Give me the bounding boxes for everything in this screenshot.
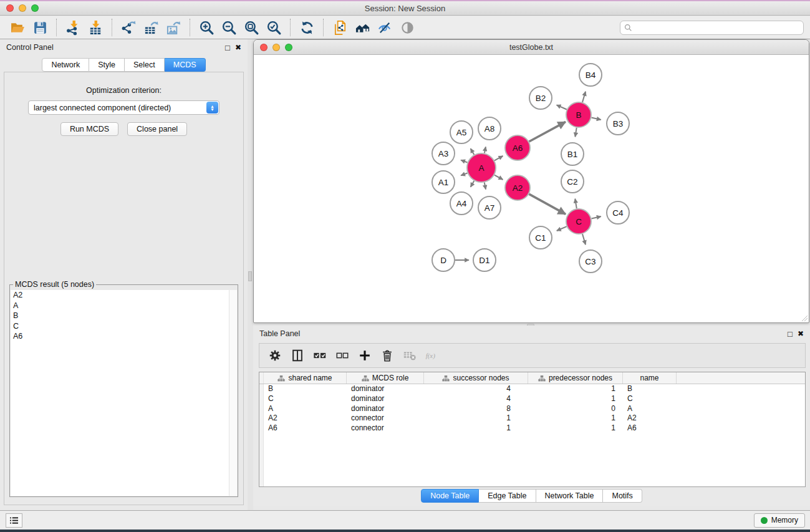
table-cell[interactable]: 1	[528, 423, 623, 433]
hide-panels-icon[interactable]	[375, 18, 395, 37]
table-cell[interactable]: A	[264, 404, 347, 414]
graph-node-A8[interactable]: A8	[478, 117, 501, 140]
refresh-layout-icon[interactable]	[297, 18, 317, 37]
close-panel-button[interactable]: Close panel	[127, 122, 187, 136]
graph-edge-B-B4[interactable]	[582, 92, 586, 102]
zoom-out-icon[interactable]	[219, 18, 239, 37]
graph-edge-A-A1[interactable]	[461, 173, 467, 176]
graph-node-B2[interactable]: B2	[529, 87, 552, 109]
cytoscape-home-icon[interactable]	[352, 18, 372, 37]
network-canvas[interactable]: B4B2BB3A5A8A6A3B1AA1C2A2A4A7C4CC1C3DD1	[254, 55, 809, 322]
graph-node-C1[interactable]: C1	[529, 226, 552, 249]
table-cell[interactable]: 0	[528, 404, 623, 414]
table-settings-icon[interactable]	[264, 346, 286, 365]
tab-mcds[interactable]: MCDS	[165, 58, 206, 72]
table-cell[interactable]: 1	[528, 414, 623, 423]
graph-node-A[interactable]: A	[467, 153, 496, 182]
add-column-icon[interactable]	[354, 346, 375, 365]
table-cell[interactable]: 1	[528, 384, 623, 394]
mcds-result-item[interactable]: A	[11, 301, 237, 311]
column-header-MCDS-role[interactable]: MCDS role	[347, 372, 424, 384]
table-cell[interactable]: C	[623, 394, 677, 404]
graph-edge-A-A7[interactable]	[485, 183, 486, 190]
graph-node-C[interactable]: C	[566, 209, 591, 234]
graph-node-C4[interactable]: C4	[607, 201, 629, 224]
export-network-icon[interactable]	[118, 18, 138, 37]
graph-node-D1[interactable]: D1	[473, 249, 496, 271]
table-tab-edge-table[interactable]: Edge Table	[479, 489, 536, 503]
mcds-result-item[interactable]: A2	[11, 290, 237, 301]
clone-network-icon[interactable]	[330, 18, 350, 37]
table-cell[interactable]: 1	[424, 414, 528, 423]
table-cell[interactable]: 4	[424, 384, 528, 394]
graph-edge-A-A5[interactable]	[471, 148, 475, 155]
column-header-successor-nodes[interactable]: successor nodes	[424, 372, 528, 384]
tab-select[interactable]: Select	[125, 58, 165, 72]
table-cell[interactable]: B	[264, 384, 347, 394]
table-cell[interactable]: dominator	[347, 394, 424, 404]
table-cell[interactable]: 1	[424, 423, 528, 433]
float-panel-icon[interactable]: □	[225, 44, 230, 52]
show-eye-icon[interactable]	[397, 18, 417, 37]
tab-network[interactable]: Network	[42, 58, 89, 72]
graph-edge-A-A3[interactable]	[461, 160, 467, 163]
table-row-A[interactable]: Adominator80A	[264, 404, 805, 414]
graph-edge-A-A6[interactable]	[494, 156, 503, 160]
column-header-name[interactable]: name	[623, 372, 677, 384]
table-tab-motifs[interactable]: Motifs	[603, 489, 642, 503]
graph-edge-B-B1[interactable]	[575, 128, 576, 137]
graph-edge-B-B3[interactable]	[592, 118, 601, 120]
graph-node-C3[interactable]: C3	[579, 250, 602, 273]
graph-node-A4[interactable]: A4	[450, 192, 473, 215]
delete-columns-icon[interactable]	[377, 346, 398, 365]
table-cell[interactable]: 4	[424, 394, 528, 404]
unselect-all-columns-icon[interactable]	[332, 346, 353, 365]
graph-edge-C-C2[interactable]	[575, 199, 577, 209]
zoom-selected-icon[interactable]	[264, 18, 284, 37]
graph-node-D[interactable]: D	[432, 249, 455, 271]
table-cell[interactable]: 8	[424, 404, 528, 414]
import-network-icon[interactable]	[63, 18, 83, 37]
search-input[interactable]	[635, 24, 799, 32]
export-image-icon[interactable]	[163, 18, 183, 37]
tab-style[interactable]: Style	[89, 58, 125, 72]
export-table-icon[interactable]	[141, 18, 161, 37]
table-cell[interactable]: A2	[623, 414, 677, 423]
graph-edge-B-B2[interactable]	[557, 105, 567, 109]
table-tab-node-table[interactable]: Node Table	[421, 489, 479, 503]
table-cell[interactable]: connector	[347, 423, 424, 433]
mcds-result-item[interactable]: B	[11, 311, 237, 321]
graph-edge-A-A4[interactable]	[471, 181, 475, 187]
run-mcds-button[interactable]: Run MCDS	[60, 122, 118, 136]
split-divider-handle[interactable]	[248, 271, 252, 281]
table-float-icon[interactable]: □	[788, 330, 793, 338]
graph-node-B4[interactable]: B4	[579, 64, 602, 86]
table-row-C[interactable]: Cdominator41C	[264, 394, 805, 404]
graph-node-A3[interactable]: A3	[432, 142, 455, 165]
open-file-icon[interactable]	[7, 18, 27, 37]
graph-node-A1[interactable]: A1	[432, 171, 455, 193]
graph-edge-A-A8[interactable]	[485, 147, 486, 153]
delete-table-icon[interactable]	[399, 346, 420, 365]
graph-node-A7[interactable]: A7	[478, 196, 501, 219]
close-panel-icon[interactable]: ✖	[235, 44, 241, 51]
criterion-dropdown[interactable]: largest connected component (directed) ▲…	[28, 100, 219, 115]
zoom-fit-icon[interactable]	[241, 18, 261, 37]
graph-edge-A-A2[interactable]	[494, 175, 503, 180]
search-box[interactable]	[620, 21, 804, 35]
table-cell[interactable]: A6	[623, 423, 677, 433]
zoom-in-icon[interactable]	[196, 18, 216, 37]
memory-button[interactable]: Memory	[754, 513, 805, 528]
graph-node-A6[interactable]: A6	[505, 135, 530, 160]
select-all-columns-icon[interactable]	[309, 346, 330, 365]
column-header-predecessor-nodes[interactable]: predecessor nodes	[528, 372, 623, 384]
table-cell[interactable]: A6	[264, 423, 347, 433]
table-tab-network-table[interactable]: Network Table	[536, 489, 604, 503]
function-builder-icon[interactable]: f(x)	[422, 346, 443, 365]
graph-edge-A2-C[interactable]	[529, 194, 566, 214]
graph-edge-C-C3[interactable]	[582, 234, 586, 244]
table-row-A6[interactable]: A6connector11A6	[264, 423, 805, 433]
table-cell[interactable]: B	[623, 384, 677, 394]
column-header-shared-name[interactable]: shared name	[264, 372, 347, 384]
graph-node-B[interactable]: B	[566, 102, 591, 127]
